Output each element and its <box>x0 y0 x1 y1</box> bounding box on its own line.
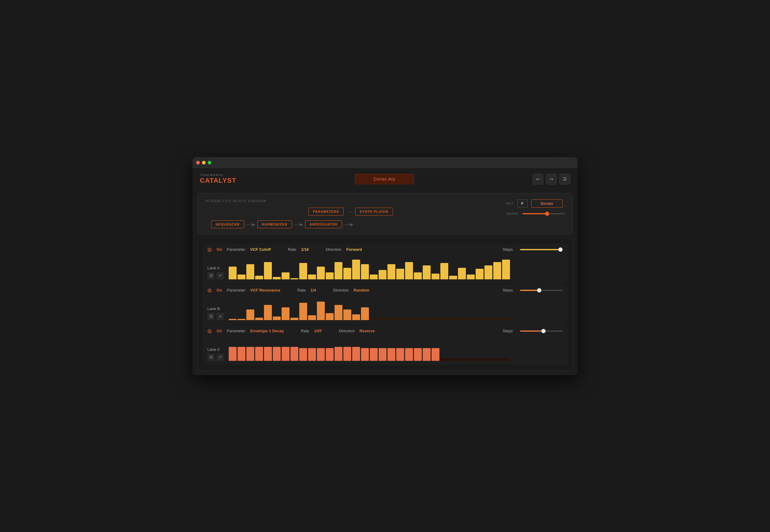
bar-C-27[interactable] <box>467 358 475 361</box>
bar-A-10[interactable] <box>317 267 325 279</box>
lane-C-param-value[interactable]: Envelope 1 Decay <box>250 329 284 333</box>
bar-B-5[interactable] <box>273 316 281 320</box>
bar-C-7[interactable] <box>290 347 298 361</box>
bar-A-22[interactable] <box>423 265 431 279</box>
lane-C-dir-value[interactable]: Reverse <box>359 329 375 333</box>
bar-A-14[interactable] <box>352 260 360 279</box>
bar-C-11[interactable] <box>326 348 333 361</box>
bar-A-23[interactable] <box>432 274 440 279</box>
bar-B-17[interactable] <box>378 318 387 320</box>
bar-A-4[interactable] <box>264 262 272 279</box>
bar-A-29[interactable] <box>485 265 492 279</box>
bar-C-23[interactable] <box>432 348 440 361</box>
harmonizer-block[interactable]: HARMONIZER <box>257 220 292 228</box>
bar-B-30[interactable] <box>493 318 501 320</box>
bar-A-13[interactable] <box>343 268 351 279</box>
minimize-button[interactable] <box>202 161 205 164</box>
bar-B-12[interactable] <box>334 305 342 320</box>
bar-B-24[interactable] <box>440 318 448 320</box>
bar-C-2[interactable] <box>246 347 254 361</box>
bar-A-25[interactable] <box>449 276 457 279</box>
bar-C-25[interactable] <box>449 358 457 361</box>
bar-C-9[interactable] <box>308 348 316 361</box>
bar-A-8[interactable] <box>299 263 307 279</box>
bar-C-28[interactable] <box>476 358 484 361</box>
bar-A-5[interactable] <box>273 277 281 279</box>
bar-B-10[interactable] <box>317 302 325 320</box>
lane-B-dice-icon[interactable]: ⚄ <box>207 313 215 320</box>
bar-C-13[interactable] <box>343 347 351 361</box>
bar-A-12[interactable] <box>334 262 342 279</box>
bar-A-3[interactable] <box>255 276 263 279</box>
bar-C-19[interactable] <box>396 348 404 361</box>
bar-A-7[interactable] <box>290 278 298 279</box>
lane-C-dice-icon[interactable]: ⚄ <box>207 354 215 361</box>
lane-A-param-value[interactable]: VCF Cutoff <box>250 247 271 252</box>
bar-A-30[interactable] <box>493 262 501 279</box>
lane-B-param-value[interactable]: VCF Resonance <box>250 288 280 292</box>
bar-C-1[interactable] <box>237 347 245 361</box>
lane-A-dice-icon[interactable]: ⚄ <box>207 272 215 279</box>
bar-C-20[interactable] <box>405 348 413 361</box>
bar-C-15[interactable] <box>361 348 369 361</box>
undo-button[interactable]: ↩ <box>533 174 544 185</box>
bar-A-19[interactable] <box>396 269 404 279</box>
bar-B-21[interactable] <box>414 318 422 320</box>
bar-B-18[interactable] <box>388 318 396 320</box>
bar-A-26[interactable] <box>458 268 466 279</box>
bar-C-8[interactable] <box>299 348 307 361</box>
bar-C-16[interactable] <box>370 348 378 361</box>
bar-B-31[interactable] <box>502 318 510 320</box>
bar-C-22[interactable] <box>423 348 431 361</box>
bar-B-11[interactable] <box>326 313 333 320</box>
bar-B-23[interactable] <box>432 318 440 320</box>
bar-C-3[interactable] <box>255 347 263 361</box>
bar-A-31[interactable] <box>502 260 510 279</box>
bar-C-18[interactable] <box>388 348 396 361</box>
arpeggiator-block[interactable]: ARPEGGIATOR <box>305 220 342 228</box>
bar-A-17[interactable] <box>378 270 387 279</box>
preset-button[interactable]: Dorian Arp <box>355 174 414 184</box>
maximize-button[interactable] <box>208 161 211 164</box>
bar-C-17[interactable] <box>378 348 387 361</box>
bar-C-29[interactable] <box>485 358 492 361</box>
bar-C-6[interactable] <box>281 347 289 361</box>
bar-B-2[interactable] <box>246 309 254 320</box>
bar-B-3[interactable] <box>255 318 263 320</box>
lane-A-rate-value[interactable]: 1/16 <box>301 247 309 252</box>
bar-A-15[interactable] <box>361 264 369 279</box>
bar-A-2[interactable] <box>246 264 254 279</box>
bar-C-31[interactable] <box>502 358 510 361</box>
bar-B-13[interactable] <box>343 309 351 320</box>
bar-B-16[interactable] <box>370 318 378 320</box>
bar-B-6[interactable] <box>281 307 289 320</box>
scale-value[interactable]: Dorian <box>531 199 563 208</box>
bar-B-8[interactable] <box>299 303 307 320</box>
bar-A-16[interactable] <box>370 275 378 279</box>
lane-B-refresh-icon[interactable]: ↺ <box>216 313 224 320</box>
redo-button[interactable]: ↪ <box>546 174 557 185</box>
bar-B-29[interactable] <box>485 318 492 320</box>
bar-B-0[interactable] <box>229 319 236 320</box>
bar-B-9[interactable] <box>308 315 316 320</box>
menu-button[interactable]: ☰ <box>559 174 570 185</box>
bar-C-5[interactable] <box>273 347 281 361</box>
lane-C-steps-slider[interactable] <box>520 330 563 332</box>
bar-C-0[interactable] <box>229 347 236 361</box>
lane-A-refresh-icon[interactable]: ↺ <box>216 272 224 279</box>
bar-C-24[interactable] <box>440 358 448 361</box>
bar-B-1[interactable] <box>237 319 245 320</box>
bar-C-12[interactable] <box>334 347 342 361</box>
bar-B-7[interactable] <box>290 318 298 320</box>
bar-A-21[interactable] <box>414 272 422 279</box>
bar-A-28[interactable] <box>476 269 484 279</box>
bar-A-20[interactable] <box>405 262 413 279</box>
bar-B-25[interactable] <box>449 318 457 320</box>
bar-A-24[interactable] <box>440 263 448 279</box>
lane-C-rate-value[interactable]: 1/8T <box>314 329 322 333</box>
bar-B-28[interactable] <box>476 318 484 320</box>
bar-B-26[interactable] <box>458 318 466 320</box>
bar-B-4[interactable] <box>264 305 272 320</box>
parameters-block[interactable]: PARAMETERS <box>308 208 343 216</box>
bar-C-10[interactable] <box>317 348 325 361</box>
